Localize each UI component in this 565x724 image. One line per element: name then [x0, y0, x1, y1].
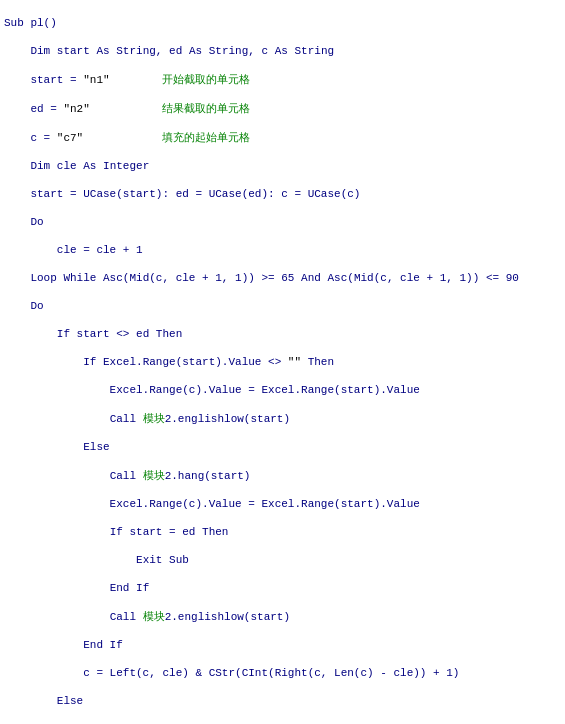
line-8: Do [4, 215, 561, 229]
line-10: Loop While Asc(Mid(c, cle + 1, 1)) >= 65… [4, 271, 561, 285]
line-21: End If [4, 581, 561, 595]
line-23: End If [4, 638, 561, 652]
line-16: Else [4, 440, 561, 454]
line-18: Excel.Range(c).Value = Excel.Range(start… [4, 497, 561, 511]
line-13: If Excel.Range(start).Value <> "" Then [4, 355, 561, 369]
line-15: Call 模块2.englishlow(start) [4, 411, 561, 426]
line-22: Call 模块2.englishlow(start) [4, 609, 561, 624]
line-20: Exit Sub [4, 553, 561, 567]
line-4: ed = "n2" 结果截取的单元格 [4, 101, 561, 116]
line-9: cle = cle + 1 [4, 243, 561, 257]
line-12: If start <> ed Then [4, 327, 561, 341]
line-24: c = Left(c, cle) & CStr(CInt(Right(c, Le… [4, 666, 561, 680]
line-3: start = "n1" 开始截取的单元格 [4, 72, 561, 87]
line-19: If start = ed Then [4, 525, 561, 539]
line-5: c = "c7" 填充的起始单元格 [4, 130, 561, 145]
line-25: Else [4, 694, 561, 708]
code-editor: Sub pl() Dim start As String, ed As Stri… [0, 0, 565, 724]
line-1: Sub pl() [4, 16, 561, 30]
line-14: Excel.Range(c).Value = Excel.Range(start… [4, 383, 561, 397]
line-11: Do [4, 299, 561, 313]
line-17: Call 模块2.hang(start) [4, 468, 561, 483]
line-7: start = UCase(start): ed = UCase(ed): c … [4, 187, 561, 201]
line-6: Dim cle As Integer [4, 159, 561, 173]
line-2: Dim start As String, ed As String, c As … [4, 44, 561, 58]
